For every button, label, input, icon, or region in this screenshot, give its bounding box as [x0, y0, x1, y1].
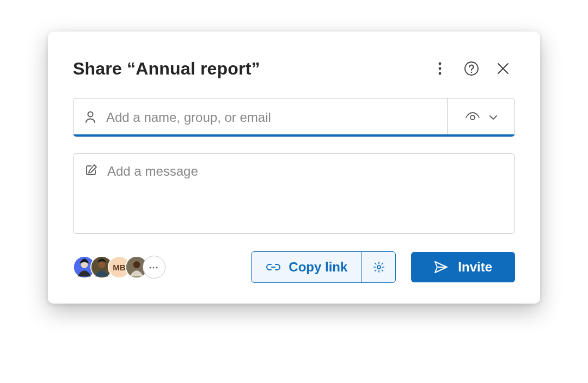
invite-button[interactable]: Invite [411, 252, 515, 282]
help-icon [464, 61, 479, 76]
gear-icon [373, 261, 385, 273]
dialog-title: Share “Annual report” [73, 59, 260, 79]
chevron-down-icon [489, 115, 498, 120]
share-dialog: Share “Annual report” [48, 32, 540, 304]
avatar-overflow-button[interactable]: ⋯ [143, 256, 166, 279]
dialog-header: Share “Annual report” [73, 57, 515, 81]
invite-label: Invite [458, 260, 492, 275]
copy-link-label: Copy link [289, 260, 347, 275]
copy-link-group: Copy link [251, 251, 396, 283]
dialog-footer: MB ⋯ Copy link [73, 251, 515, 283]
svg-point-7 [88, 112, 93, 117]
eye-icon [465, 112, 480, 123]
svg-point-1 [439, 67, 442, 70]
send-icon [434, 261, 448, 274]
svg-point-4 [471, 72, 472, 73]
svg-point-3 [465, 62, 478, 75]
svg-point-8 [470, 115, 475, 120]
copy-link-button[interactable]: Copy link [252, 252, 362, 282]
more-horizontal-icon: ⋯ [149, 261, 160, 273]
svg-point-15 [377, 265, 381, 269]
message-input[interactable] [106, 163, 504, 225]
shared-with-avatars[interactable]: MB ⋯ [73, 256, 166, 279]
link-icon [266, 263, 281, 271]
recipient-input[interactable] [105, 109, 436, 126]
person-icon [84, 111, 96, 124]
permission-dropdown[interactable] [447, 98, 514, 137]
close-icon [497, 63, 509, 75]
link-settings-button[interactable] [362, 252, 395, 282]
help-button[interactable] [460, 57, 483, 81]
more-vertical-icon [438, 62, 442, 75]
svg-point-12 [99, 261, 106, 268]
svg-point-2 [439, 72, 442, 75]
svg-point-0 [439, 63, 442, 65]
recipient-field[interactable] [73, 98, 515, 137]
svg-point-14 [133, 261, 140, 268]
close-button[interactable] [491, 57, 515, 81]
more-options-button[interactable] [428, 57, 452, 81]
message-field[interactable] [73, 153, 515, 234]
compose-icon [84, 164, 97, 177]
